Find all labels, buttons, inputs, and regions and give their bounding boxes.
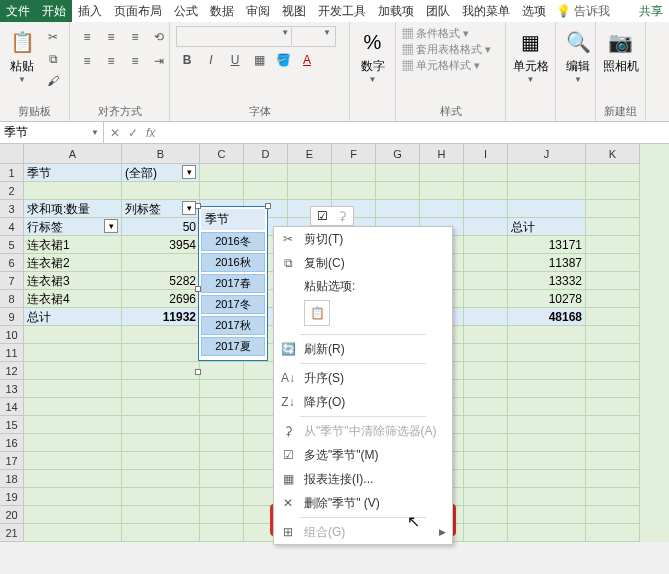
cell[interactable]: [24, 380, 122, 398]
cell[interactable]: [464, 416, 508, 434]
col-header[interactable]: E: [288, 144, 332, 164]
cell[interactable]: 48168: [508, 308, 586, 326]
cell[interactable]: [464, 344, 508, 362]
cell[interactable]: [200, 470, 244, 488]
tab-formulas[interactable]: 公式: [168, 0, 204, 22]
format-painter-button[interactable]: 🖌: [42, 70, 64, 92]
cell[interactable]: [200, 434, 244, 452]
cell[interactable]: 行标签▾: [24, 218, 122, 236]
cell[interactable]: 列标签▾: [122, 200, 200, 218]
cells-button[interactable]: ▦单元格▼: [512, 26, 549, 84]
formula-input[interactable]: [161, 122, 669, 143]
cell[interactable]: [200, 452, 244, 470]
row-header[interactable]: 1: [0, 164, 24, 182]
ctx-report-connections[interactable]: ▦报表连接(I)...: [274, 467, 452, 491]
selection-handle[interactable]: [195, 286, 201, 292]
row-header[interactable]: 6: [0, 254, 24, 272]
ctx-sort-asc[interactable]: A↓升序(S): [274, 366, 452, 390]
row-header[interactable]: 16: [0, 434, 24, 452]
cell[interactable]: [508, 434, 586, 452]
cell[interactable]: 连衣裙1: [24, 236, 122, 254]
cell[interactable]: [122, 326, 200, 344]
row-header[interactable]: 2: [0, 182, 24, 200]
cell[interactable]: [586, 236, 640, 254]
cell[interactable]: [586, 416, 640, 434]
cell[interactable]: [464, 362, 508, 380]
cell[interactable]: [586, 308, 640, 326]
cell[interactable]: 11932: [122, 308, 200, 326]
tab-mymenu[interactable]: 我的菜单: [456, 0, 516, 22]
share-button[interactable]: 共享: [633, 0, 669, 22]
cell[interactable]: [464, 524, 508, 542]
row-header[interactable]: 17: [0, 452, 24, 470]
col-header[interactable]: F: [332, 144, 376, 164]
row-header[interactable]: 5: [0, 236, 24, 254]
cell[interactable]: [122, 182, 200, 200]
slicer-item[interactable]: 2017秋: [201, 316, 265, 335]
cell[interactable]: [24, 182, 122, 200]
slicer-item[interactable]: 2017春: [201, 274, 265, 293]
row-header[interactable]: 18: [0, 470, 24, 488]
cell[interactable]: [464, 380, 508, 398]
tab-data[interactable]: 数据: [204, 0, 240, 22]
row-header[interactable]: 20: [0, 506, 24, 524]
tab-file[interactable]: 文件: [0, 0, 36, 22]
row-header[interactable]: 21: [0, 524, 24, 542]
col-header[interactable]: C: [200, 144, 244, 164]
align-top-button[interactable]: ≡: [76, 26, 98, 48]
cell[interactable]: [508, 416, 586, 434]
cell[interactable]: 10278: [508, 290, 586, 308]
cell[interactable]: [586, 218, 640, 236]
cell[interactable]: [122, 416, 200, 434]
tab-layout[interactable]: 页面布局: [108, 0, 168, 22]
fill-color-button[interactable]: 🪣: [272, 49, 294, 71]
selection-handle[interactable]: [195, 369, 201, 375]
cell[interactable]: [508, 488, 586, 506]
cell[interactable]: [24, 362, 122, 380]
cell[interactable]: 50: [122, 218, 200, 236]
cell[interactable]: [464, 200, 508, 218]
align-bottom-button[interactable]: ≡: [124, 26, 146, 48]
cell[interactable]: 13332: [508, 272, 586, 290]
ctx-multiselect[interactable]: ☑多选"季节"(M): [274, 443, 452, 467]
cell[interactable]: [464, 182, 508, 200]
cell[interactable]: [200, 488, 244, 506]
cell[interactable]: [464, 452, 508, 470]
cell[interactable]: [200, 398, 244, 416]
worksheet-grid[interactable]: A B C D E F G H I J K 1季节(全部)▾23求和项:数量列标…: [0, 144, 669, 542]
cell[interactable]: [24, 344, 122, 362]
cell[interactable]: [508, 470, 586, 488]
italic-button[interactable]: I: [200, 49, 222, 71]
row-header[interactable]: 4: [0, 218, 24, 236]
select-all-corner[interactable]: [0, 144, 24, 164]
cell[interactable]: 13171: [508, 236, 586, 254]
table-format-button[interactable]: ▦ 套用表格格式 ▾: [402, 42, 491, 57]
cell[interactable]: [586, 434, 640, 452]
cell[interactable]: [586, 380, 640, 398]
cell[interactable]: [332, 182, 376, 200]
cell[interactable]: [288, 182, 332, 200]
align-center-button[interactable]: ≡: [100, 50, 122, 72]
cell[interactable]: 连衣裙4: [24, 290, 122, 308]
col-header[interactable]: D: [244, 144, 288, 164]
cell[interactable]: [464, 236, 508, 254]
clear-filter-icon[interactable]: ⚳: [338, 209, 347, 223]
cell[interactable]: 2696: [122, 290, 200, 308]
cell[interactable]: [464, 308, 508, 326]
ctx-copy[interactable]: ⧉复制(C): [274, 251, 452, 275]
cell[interactable]: 连衣裙3: [24, 272, 122, 290]
row-header[interactable]: 11: [0, 344, 24, 362]
cell[interactable]: [464, 488, 508, 506]
cell[interactable]: [464, 290, 508, 308]
orientation-button[interactable]: ⟲: [148, 26, 170, 48]
cell[interactable]: 总计: [24, 308, 122, 326]
selection-handle[interactable]: [195, 203, 201, 209]
camera-button[interactable]: 📷照相机: [602, 26, 639, 75]
cell[interactable]: [122, 434, 200, 452]
cell[interactable]: [122, 254, 200, 272]
cell[interactable]: [464, 506, 508, 524]
paste-option-button[interactable]: 📋: [304, 300, 330, 326]
cell[interactable]: [586, 200, 640, 218]
cell[interactable]: [508, 524, 586, 542]
cell[interactable]: [24, 398, 122, 416]
